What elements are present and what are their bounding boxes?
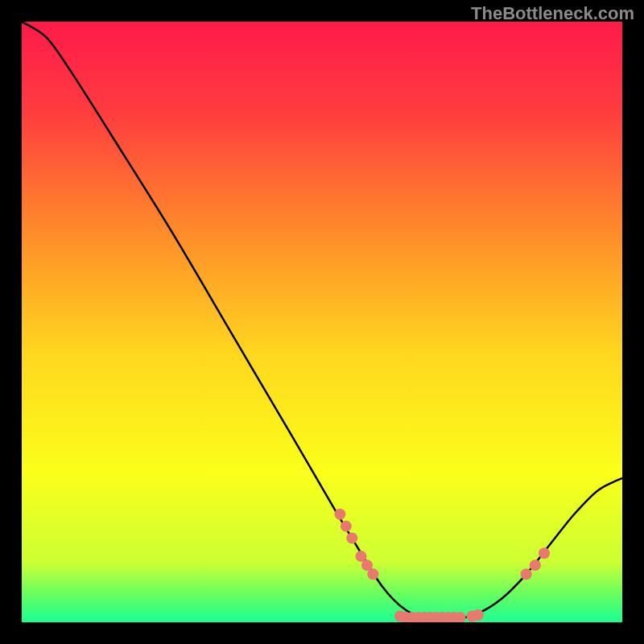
data-marker [367, 568, 378, 580]
data-marker [530, 559, 541, 571]
gradient-rect [22, 22, 622, 622]
chart-plot-area [22, 22, 622, 622]
data-marker [521, 568, 532, 580]
data-marker [539, 547, 550, 559]
attribution-text: TheBottleneck.com [471, 3, 634, 24]
data-marker [346, 533, 357, 544]
data-marker [341, 521, 352, 532]
data-marker [334, 509, 345, 520]
data-marker [473, 609, 484, 621]
chart-svg [22, 22, 622, 622]
